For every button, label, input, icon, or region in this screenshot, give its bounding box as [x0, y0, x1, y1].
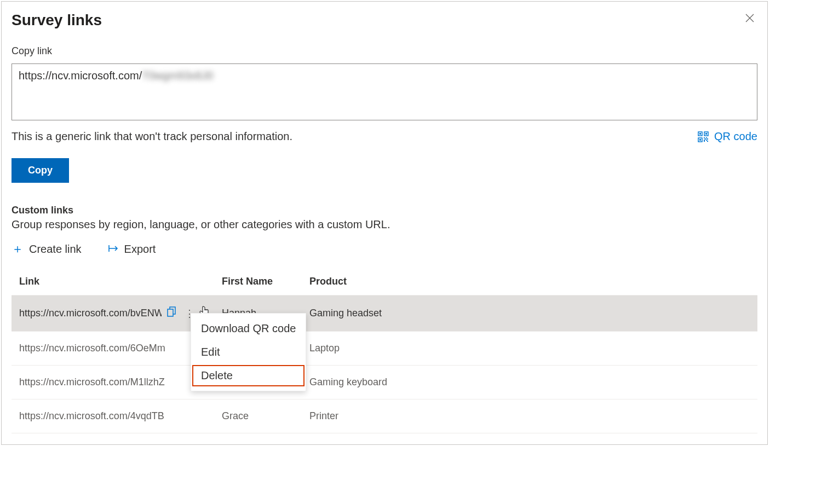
menu-edit[interactable]: Edit — [191, 340, 306, 364]
table-row[interactable]: https://ncv.microsoft.com/4vqdTB Grace P… — [12, 399, 757, 433]
svg-rect-7 — [706, 137, 707, 138]
export-button[interactable]: Export — [108, 241, 156, 257]
copy-link-url-prefix: https://ncv.microsoft.com/ — [19, 69, 142, 82]
link-cell: https://ncv.microsoft.com/bvENW ⋮ — [19, 306, 206, 320]
svg-rect-9 — [707, 138, 708, 140]
custom-links-desc: Group responses by region, language, or … — [12, 218, 757, 231]
th-first-name: First Name — [214, 268, 302, 296]
svg-rect-3 — [705, 133, 707, 135]
custom-links-heading: Custom links — [12, 205, 757, 216]
plus-icon: ＋ — [12, 241, 24, 257]
svg-rect-6 — [704, 137, 705, 138]
create-link-label: Create link — [29, 243, 82, 256]
svg-rect-1 — [699, 133, 701, 135]
th-link: Link — [12, 268, 214, 296]
qr-code-label: QR code — [714, 130, 757, 143]
row-context-menu: Download QR code Edit Delete — [191, 313, 306, 391]
svg-rect-15 — [168, 309, 173, 316]
dialog-title: Survey links — [12, 11, 102, 29]
svg-rect-13 — [707, 141, 708, 142]
first-name-cell: Grace — [214, 399, 302, 433]
link-text: https://ncv.microsoft.com/bvENW — [19, 308, 162, 319]
menu-download-qr[interactable]: Download QR code — [191, 317, 306, 340]
table-row[interactable]: https://ncv.microsoft.com/bvENW ⋮ Hannah… — [12, 296, 757, 332]
row-copy-icon[interactable] — [167, 306, 177, 320]
export-label: Export — [124, 243, 156, 256]
svg-rect-5 — [699, 139, 701, 141]
svg-rect-12 — [704, 141, 705, 142]
table-row[interactable]: https://ncv.microsoft.com/M1llzhZ Gaming… — [12, 366, 757, 399]
svg-rect-8 — [705, 138, 706, 140]
create-link-button[interactable]: ＋ Create link — [12, 241, 82, 257]
table-row[interactable]: https://ncv.microsoft.com/6OeMm Laptop — [12, 332, 757, 366]
link-text: https://ncv.microsoft.com/M1llzhZ — [19, 376, 165, 387]
copy-link-helper: This is a generic link that won't track … — [12, 130, 292, 143]
close-icon[interactable] — [743, 11, 756, 26]
menu-delete[interactable]: Delete — [191, 364, 306, 387]
dialog-header: Survey links — [2, 2, 767, 29]
table-header-row: Link First Name Product — [12, 268, 757, 296]
product-cell: Laptop — [302, 332, 757, 366]
qr-code-link[interactable]: QR code — [698, 130, 757, 143]
th-product: Product — [302, 268, 757, 296]
export-icon — [108, 243, 119, 256]
qr-icon — [698, 131, 709, 142]
copy-button[interactable]: Copy — [12, 158, 69, 183]
svg-rect-11 — [706, 140, 707, 141]
product-cell: Printer — [302, 399, 757, 433]
survey-links-dialog: Survey links Copy link https://ncv.micro… — [1, 1, 768, 445]
product-cell: Gaming headset — [302, 296, 757, 332]
copy-link-heading: Copy link — [12, 45, 757, 57]
link-text: https://ncv.microsoft.com/4vqdTB — [19, 410, 164, 421]
custom-links-table: Link First Name Product https://ncv.micr… — [12, 268, 757, 433]
copy-link-input[interactable]: https://ncv.microsoft.com/T0wgm93x8J0 — [12, 63, 757, 120]
copy-link-url-blurred: T0wgm93x8J0 — [142, 69, 213, 82]
svg-rect-10 — [704, 140, 705, 141]
product-cell: Gaming keyboard — [302, 366, 757, 399]
link-text: https://ncv.microsoft.com/6OeMm — [19, 343, 165, 354]
